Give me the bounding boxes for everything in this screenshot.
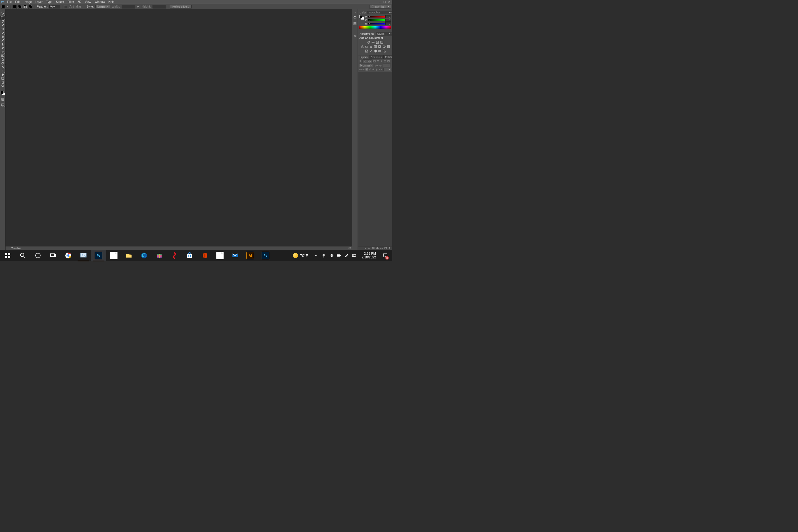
taskbar-weather[interactable]: 70°F [290,253,310,258]
tray-volume-icon[interactable] [329,253,334,258]
start-button[interactable] [0,250,15,261]
trash-icon[interactable] [388,247,391,250]
dodge-tool[interactable] [0,61,5,65]
gradient-tool[interactable] [0,54,5,57]
crop-tool[interactable] [0,27,5,31]
timeline-tab[interactable]: Timeline [9,246,24,250]
action-center-button[interactable]: 8 [380,250,391,261]
adj-colorbal-icon[interactable] [369,45,373,49]
menu-layer[interactable]: Layer [34,0,44,4]
feather-input[interactable]: 0 px [49,5,60,8]
lock-pos-icon[interactable] [372,68,375,71]
width-input[interactable] [121,5,135,8]
zoom-tool[interactable] [0,84,5,88]
panel-grip-icon[interactable] [352,12,358,13]
taskbar-illustrator[interactable]: Ai [243,250,258,261]
selection-add-icon[interactable] [18,5,22,9]
adj-chmixer-icon[interactable] [382,45,386,49]
adj-exposure-icon[interactable] [380,40,383,44]
selection-intersect-icon[interactable] [28,5,32,9]
adj-vibrance-icon[interactable] [361,45,364,49]
lock-trans-icon[interactable] [365,68,368,71]
tray-chevron-icon[interactable] [314,253,319,258]
menu-file[interactable]: File [5,0,14,4]
color-fgbg-swatch[interactable] [359,15,364,20]
taskbar-notepad[interactable] [106,250,121,261]
shape-tool[interactable] [0,76,5,80]
tab-swatches[interactable]: Swatches [368,11,382,14]
adj-invert-icon[interactable] [365,49,368,53]
opacity-input[interactable]: ▾ [383,63,391,67]
tray-pen-icon[interactable] [344,253,349,258]
selection-subtract-icon[interactable] [23,5,27,9]
hand-tool[interactable] [0,80,5,84]
tray-battery-icon[interactable] [337,253,341,258]
properties-panel-icon[interactable] [353,21,357,26]
swap-wh-icon[interactable]: ⇄ [136,5,140,8]
group-icon[interactable] [380,247,383,250]
taskbar-office[interactable] [197,250,212,261]
tool-preset-chevron-icon[interactable]: ▾ [6,5,9,9]
filter-shape-icon[interactable] [383,60,386,63]
menu-3d[interactable]: 3D [76,0,83,4]
search-button[interactable] [15,250,30,261]
eyedropper-tool[interactable] [0,31,5,35]
layer-mask-icon[interactable] [372,247,375,250]
taskbar-edge[interactable] [136,250,152,261]
adj-photofilter-icon[interactable] [378,45,381,49]
close-button[interactable]: ✕ [387,0,392,4]
healing-tool[interactable] [0,35,5,38]
history-brush-tool[interactable] [0,46,5,50]
wand-tool[interactable] [0,23,5,27]
menu-help[interactable]: Help [107,0,116,4]
tray-keyboard-icon[interactable] [352,253,356,258]
timeline-flyout-icon[interactable]: ▾≡ [347,247,352,249]
taskbar-photoshop-pin[interactable]: Ps [258,250,273,261]
style-select[interactable]: Normal▾ [95,5,110,8]
taskbar-clock[interactable]: 2:25 PM 2/10/2022 [360,252,378,259]
filter-kind-icon[interactable] [359,60,362,63]
refine-edge-button[interactable]: Refine Edge... [170,5,192,8]
brush-tool[interactable] [0,38,5,42]
layer-fx-icon[interactable] [368,247,371,250]
layers-flyout-icon[interactable]: ▾≡ [389,56,392,58]
foreground-background-swatch[interactable] [0,91,5,96]
adj-brightness-icon[interactable] [367,40,370,44]
color-slider-b[interactable]: B ▲ 0 [365,22,391,25]
height-input[interactable] [153,5,166,8]
adj-layer-icon[interactable] [376,247,379,250]
maximize-button[interactable]: ❐ [382,0,387,4]
lock-pixel-icon[interactable] [368,68,371,71]
foreground-color-swatch[interactable] [1,91,3,94]
menu-edit[interactable]: Edit [14,0,22,4]
color-spectrum[interactable] [359,26,391,29]
screenmode-toggle[interactable] [0,103,5,107]
menu-type[interactable]: Type [44,0,54,4]
taskbar-photoshop-active[interactable]: Ps [91,250,106,261]
cortana-button[interactable] [30,250,45,261]
taskview-button[interactable] [45,250,61,261]
new-layer-icon[interactable] [384,247,387,250]
taskbar-winrar[interactable] [152,250,167,261]
adj-levels-icon[interactable] [371,40,375,44]
adj-hue-icon[interactable] [365,45,368,49]
color-flyout-icon[interactable]: ▾≡ [389,11,392,14]
color-slider-g[interactable]: G ▲ 0 [365,19,391,22]
tab-adjustments[interactable]: Adjustments [358,32,376,36]
filter-type-icon[interactable] [380,60,383,63]
adj-gradmap-icon[interactable] [378,49,381,53]
menu-image[interactable]: Image [22,0,34,4]
taskbar-mail[interactable] [228,250,243,261]
workspace-select[interactable]: Essentials▾ [369,5,391,9]
path-select-tool[interactable] [0,73,5,76]
tab-styles[interactable]: Styles [376,32,386,36]
menu-filter[interactable]: Filter [66,0,76,4]
adj-threshold-icon[interactable] [374,49,377,53]
eraser-tool[interactable] [0,50,5,54]
antialias-checkbox[interactable] [64,5,67,8]
minimize-button[interactable]: — [378,0,382,4]
link-layers-icon[interactable] [364,247,367,250]
blend-mode-select[interactable]: Normal▾ [359,63,373,67]
character-panel-icon[interactable] [353,34,357,38]
quickmask-toggle[interactable] [0,97,5,101]
